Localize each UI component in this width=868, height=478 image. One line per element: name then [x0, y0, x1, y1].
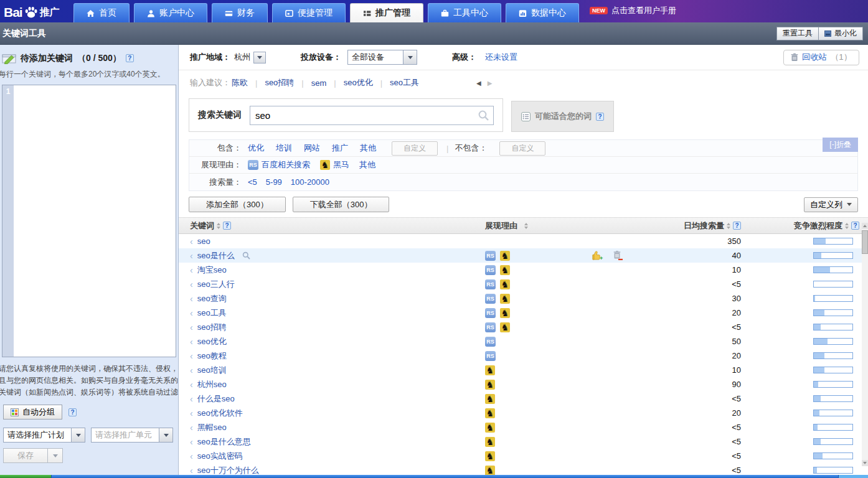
chevron-down-icon[interactable]: [403, 50, 417, 64]
pager-next-icon[interactable]: ▶: [488, 80, 493, 87]
sort-reason[interactable]: [524, 223, 528, 229]
tab-home[interactable]: 首页: [73, 3, 130, 22]
add-keyword-chevron-icon[interactable]: ‹: [190, 380, 193, 390]
include-filter-link[interactable]: 其他: [360, 143, 376, 154]
scrollbar-thumb[interactable]: [862, 230, 868, 254]
table-scrollbar[interactable]: [862, 223, 868, 466]
delete-trash-icon[interactable]: [612, 250, 623, 261]
keyword-link[interactable]: seo是什么意思: [197, 436, 251, 448]
search-input[interactable]: [250, 106, 494, 125]
dark-horse-filter-link[interactable]: 黑马: [333, 159, 349, 171]
keyword-link[interactable]: seo查询: [197, 293, 227, 304]
search-icon[interactable]: [242, 251, 250, 260]
add-keyword-chevron-icon[interactable]: ‹: [190, 308, 193, 318]
suggestion-link[interactable]: seo优化: [344, 77, 373, 88]
download-all-button[interactable]: 下载全部（300）: [293, 197, 390, 212]
keyword-link[interactable]: seo十万个为什么: [197, 465, 259, 476]
include-filter-link[interactable]: 优化: [248, 143, 264, 154]
suggestion-link[interactable]: seo招聘: [265, 77, 294, 88]
collapse-toggle[interactable]: [-]折叠: [823, 138, 858, 152]
keyword-link[interactable]: 什么是seo: [197, 393, 235, 405]
help-icon[interactable]: ?: [851, 222, 859, 230]
keyword-link[interactable]: seo优化: [197, 336, 227, 347]
sort-volume[interactable]: [727, 223, 730, 229]
reset-tool-button[interactable]: 重置工具: [776, 27, 819, 40]
add-keyword-chevron-icon[interactable]: ‹: [190, 351, 193, 361]
pager-prev-icon[interactable]: ◀: [476, 80, 481, 87]
plan-select[interactable]: 请选择推广计划: [3, 428, 85, 443]
keyword-link[interactable]: seo: [197, 237, 210, 246]
add-keyword-chevron-icon[interactable]: ‹: [190, 466, 193, 476]
keyword-link[interactable]: seo工具: [197, 307, 227, 319]
tab-tools[interactable]: 工具中心: [428, 3, 501, 22]
custom-columns-button[interactable]: 自定义列: [804, 197, 858, 212]
volume-filter-link[interactable]: 5-99: [266, 177, 282, 187]
keyword-link[interactable]: seo教程: [197, 350, 227, 362]
baidu-logo[interactable]: Bai 推广: [0, 5, 73, 22]
help-icon[interactable]: ?: [126, 54, 134, 62]
search-icon[interactable]: [478, 110, 489, 123]
add-keyword-chevron-icon[interactable]: ‹: [190, 279, 193, 289]
recycle-bin-button[interactable]: 回收站 （1）: [783, 50, 859, 65]
include-filter-link[interactable]: 培训: [276, 143, 292, 154]
rs-filter-link[interactable]: 百度相关搜索: [262, 159, 310, 171]
volume-filter-link[interactable]: 100-20000: [291, 177, 329, 187]
add-keyword-chevron-icon[interactable]: ‹: [190, 423, 193, 433]
volume-filter-link[interactable]: <5: [248, 177, 257, 187]
sort-competition[interactable]: [845, 223, 849, 229]
add-keyword-chevron-icon[interactable]: ‹: [190, 394, 193, 404]
add-keyword-chevron-icon[interactable]: ‹: [190, 437, 193, 447]
keywords-textarea[interactable]: [14, 85, 176, 357]
tab-quick[interactable]: 便捷管理: [272, 3, 346, 22]
keyword-link[interactable]: seo是什么: [197, 250, 235, 261]
add-all-button[interactable]: 添加全部（300）: [189, 197, 286, 212]
suggestion-link[interactable]: 陈欧: [232, 77, 248, 88]
suggestion-link[interactable]: seo工具: [390, 77, 419, 88]
device-select[interactable]: 全部设备: [347, 50, 417, 65]
chevron-down-icon[interactable]: [71, 428, 85, 442]
thumbs-up-add-icon[interactable]: +: [591, 250, 603, 261]
include-filter-link[interactable]: 网站: [304, 143, 320, 154]
keyword-link[interactable]: seo实战密码: [197, 451, 243, 462]
keyword-link[interactable]: seo优化软件: [197, 408, 243, 419]
add-keyword-chevron-icon[interactable]: ‹: [190, 365, 193, 375]
tab-finance[interactable]: 财务: [212, 3, 268, 22]
keyword-link[interactable]: 淘宝seo: [197, 265, 227, 276]
manual-link[interactable]: 点击查看用户手册: [611, 5, 676, 16]
suitable-words-tab[interactable]: 可能适合您的词 ?: [511, 101, 614, 132]
scroll-up-icon[interactable]: [862, 223, 868, 229]
save-dropdown-button[interactable]: [48, 448, 63, 463]
chevron-down-icon[interactable]: [159, 428, 172, 442]
add-keyword-chevron-icon[interactable]: ‹: [190, 251, 193, 261]
scroll-down-icon[interactable]: [862, 460, 868, 466]
advanced-not-set-link[interactable]: 还未设置: [485, 52, 517, 63]
help-icon[interactable]: ?: [68, 408, 77, 416]
unit-select[interactable]: 请选择推广单元: [91, 428, 173, 443]
save-button[interactable]: 保存: [3, 448, 48, 463]
minimize-button[interactable]: 最小化: [819, 27, 863, 40]
help-icon[interactable]: ?: [596, 113, 604, 121]
taskbar-start[interactable]: [0, 475, 51, 478]
other-filter-link[interactable]: 其他: [359, 159, 375, 171]
exclude-custom-button[interactable]: 自定义: [499, 141, 545, 156]
add-keyword-chevron-icon[interactable]: ‹: [190, 294, 193, 304]
keyword-link[interactable]: 黑帽seo: [197, 422, 227, 433]
sort-keyword[interactable]: [217, 223, 220, 229]
suggestion-link[interactable]: sem: [311, 78, 327, 88]
include-filter-link[interactable]: 推广: [332, 143, 348, 154]
tab-datacenter[interactable]: 数据中心: [506, 3, 579, 22]
help-icon[interactable]: ?: [733, 222, 741, 230]
add-keyword-chevron-icon[interactable]: ‹: [190, 451, 193, 461]
add-keyword-chevron-icon[interactable]: ‹: [190, 265, 193, 275]
tab-promotion[interactable]: 推广管理: [350, 3, 423, 22]
tab-account[interactable]: 账户中心: [134, 3, 207, 22]
keyword-link[interactable]: seo培训: [197, 365, 227, 376]
region-dropdown-button[interactable]: [253, 52, 266, 63]
keyword-link[interactable]: seo招聘: [197, 322, 227, 333]
add-keyword-chevron-icon[interactable]: ‹: [190, 408, 193, 418]
add-keyword-chevron-icon[interactable]: ‹: [190, 237, 193, 246]
keyword-link[interactable]: seo三人行: [197, 279, 235, 290]
autogroup-button[interactable]: 自动分组: [3, 405, 62, 419]
add-keyword-chevron-icon[interactable]: ‹: [190, 337, 193, 347]
keyword-link[interactable]: 杭州seo: [197, 379, 227, 390]
